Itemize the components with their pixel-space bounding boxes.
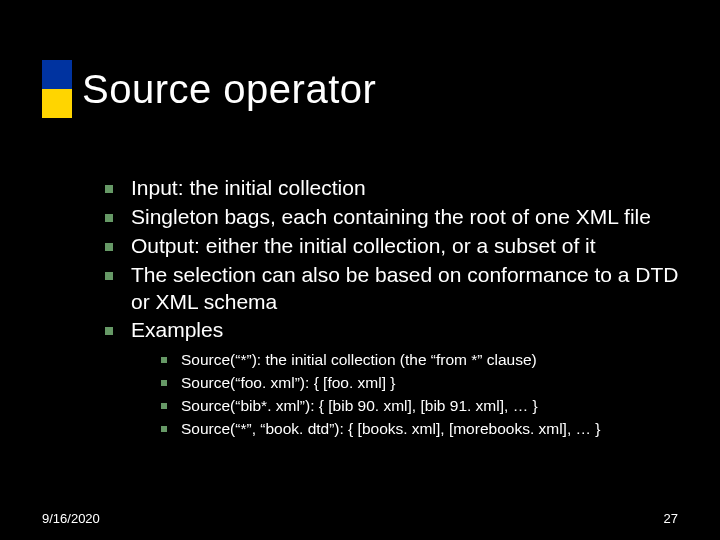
- bullet-item: Examples Source(“*”): the initial collec…: [105, 317, 680, 440]
- sub-bullet-text: Source(“foo. xml”): { [foo. xml] }: [181, 374, 395, 391]
- sub-bullet-item: Source(“*”, “book. dtd”): { [books. xml]…: [161, 419, 680, 440]
- title-accent-block: [42, 60, 72, 118]
- sub-bullet-item: Source(“bib*. xml”): { [bib 90. xml], [b…: [161, 396, 680, 417]
- slide-title: Source operator: [82, 67, 376, 112]
- slide-body: Input: the initial collection Singleton …: [105, 175, 680, 442]
- bullet-item: Output: either the initial collection, o…: [105, 233, 680, 260]
- sub-bullet-item: Source(“foo. xml”): { [foo. xml] }: [161, 373, 680, 394]
- title-area: Source operator: [42, 60, 376, 118]
- bullet-text: The selection can also be based on confo…: [131, 263, 678, 313]
- bullet-text: Input: the initial collection: [131, 176, 366, 199]
- bullet-text: Examples: [131, 318, 223, 341]
- bullet-text: Output: either the initial collection, o…: [131, 234, 596, 257]
- sub-bullet-text: Source(“*”, “book. dtd”): { [books. xml]…: [181, 420, 601, 437]
- footer-date: 9/16/2020: [42, 511, 100, 526]
- bullet-text: Singleton bags, each containing the root…: [131, 205, 651, 228]
- sub-bullet-item: Source(“*”): the initial collection (the…: [161, 350, 680, 371]
- footer-page-number: 27: [664, 511, 678, 526]
- bullet-item: The selection can also be based on confo…: [105, 262, 680, 316]
- bullet-item: Input: the initial collection: [105, 175, 680, 202]
- bullet-item: Singleton bags, each containing the root…: [105, 204, 680, 231]
- sub-bullet-text: Source(“bib*. xml”): { [bib 90. xml], [b…: [181, 397, 538, 414]
- main-bullet-list: Input: the initial collection Singleton …: [105, 175, 680, 440]
- sub-bullet-text: Source(“*”): the initial collection (the…: [181, 351, 537, 368]
- sub-bullet-list: Source(“*”): the initial collection (the…: [161, 350, 680, 440]
